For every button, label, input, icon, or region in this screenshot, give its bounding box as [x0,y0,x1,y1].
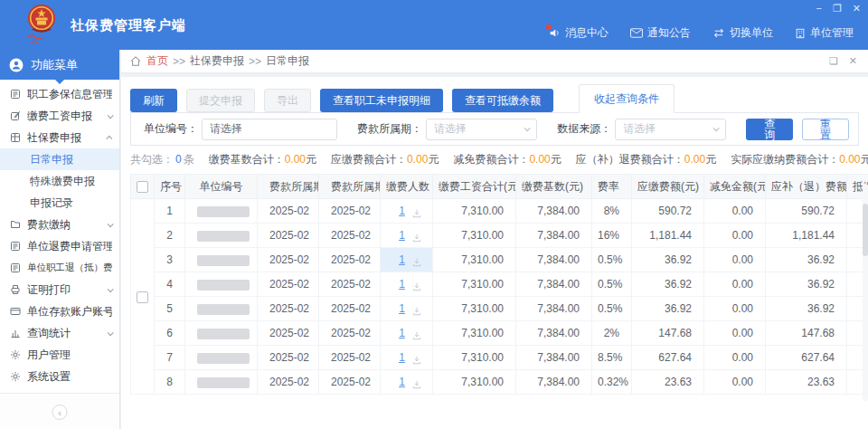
submit-declaration-button[interactable]: 提交申报 [186,89,255,112]
download-icon[interactable] [412,258,421,267]
col-header-idx: 序号 [155,175,185,199]
chevron-down-icon [108,112,114,119]
maximize-button[interactable]: ❐ [833,2,842,14]
col-header-unit-no: 单位编号 [185,175,258,199]
sidebar-item-certificate-printing[interactable]: 证明打印 [0,279,119,300]
row-group-checkbox[interactable] [137,291,148,303]
chevron-down-icon [108,286,114,292]
sidebar-item-user-management[interactable]: 用户管理 [0,344,119,366]
unit-no-input[interactable] [202,119,337,140]
redacted-unit-no [197,304,250,315]
summary-reduction-total: 减免费额合计：0.00元 [453,152,561,167]
app-title: 社保费管理客户端 [71,17,186,34]
panel-maximize-button[interactable]: ❏ [829,55,838,67]
col-header-payable: 应缴费额(元) [632,175,704,199]
download-icon[interactable] [412,234,421,243]
table-row[interactable]: 7 2025-02 2025-02 1 7,310.00 7,384.00 8.… [131,346,868,370]
download-icon[interactable] [412,282,421,291]
query-filter-panel: 单位编号： 费款所属期： 请选择 数据来源： 请选择 查 询 重 置 [130,112,859,146]
view-offset-balance-button[interactable]: 查看可抵缴余额 [452,89,553,112]
sidebar-item-system-settings[interactable]: 系统设置 [0,366,119,387]
table-row[interactable]: 3 2025-02 2025-02 1 7,310.00 7,384.00 0.… [131,248,868,272]
notice-nav[interactable]: 通知公告 [630,25,691,41]
panel-close-button[interactable]: ✕ [849,55,857,67]
sidebar: 功能菜单 职工参保信息管理 缴费工资申报 社保费申报 日常申报 [0,50,120,429]
menu-user-icon [9,58,24,72]
sidebar-item-query-statistics[interactable]: 查询统计 [0,322,119,344]
message-center-nav[interactable]: 消息中心 [549,25,609,41]
download-icon[interactable] [412,307,421,316]
download-icon[interactable] [412,209,421,218]
close-button[interactable]: ✕ [853,2,861,14]
swap-arrows-icon [712,28,725,38]
redacted-unit-no [197,353,250,364]
panel-controls: ❏ ✕ [829,55,857,67]
chevron-down-icon [108,329,114,336]
refresh-button[interactable]: 刷新 [130,89,177,112]
table-row[interactable]: 4 2025-02 2025-02 1 7,310.00 7,384.00 0.… [131,272,868,297]
main-area: 首页 >> 社保费申报 >> 日常申报 ❏ ✕ 刷新 提交申报 导出 查看职工未… [121,50,868,429]
fee-period-select[interactable]: 请选择 [426,119,537,140]
collapse-query-tab[interactable]: 收起查询条件 [579,84,675,113]
table-row[interactable]: 2 2025-02 2025-02 1 7,310.00 7,384.00 16… [131,224,868,248]
sidebar-item-employee-refund-management[interactable]: 单位职工退（抵）费申请管理 [0,257,119,279]
vertical-scrollbar[interactable] [863,184,868,401]
breadcrumb-home[interactable]: 首页 [146,53,168,69]
payer-count-link[interactable]: 1 [399,278,405,291]
app-window: − ❐ ✕ 社保费管理客户端 [0,0,868,429]
select-all-checkbox[interactable] [137,181,148,193]
col-header-period-start[interactable]: 费款所属期起 [258,175,319,199]
scrollbar-thumb[interactable] [863,204,868,256]
unit-management-nav[interactable]: 单位管理 [795,25,854,41]
breadcrumb-level2: 日常申报 [266,53,309,69]
col-header-rate: 费率 [592,175,632,199]
envelope-icon [630,28,643,38]
payer-count-link[interactable]: 1 [399,302,405,315]
export-button[interactable]: 导出 [264,89,311,112]
summary-base-total: 缴费基数合计：0.00元 [209,152,316,167]
table-row[interactable]: 8 2025-02 2025-02 1 7,310.00 7,384.00 0.… [131,370,868,395]
query-button[interactable]: 查 询 [746,119,793,140]
sidebar-item-fee-payment[interactable]: 费款缴纳 [0,214,119,235]
switch-unit-nav[interactable]: 切换单位 [712,25,773,41]
sidebar-item-unit-refund-management[interactable]: 单位退费申请管理 [0,235,119,257]
summary-actual-total: 实际应缴纳费额合计：0.00元 [731,152,868,167]
breadcrumb-level1[interactable]: 社保费申报 [190,53,244,69]
payer-count-link[interactable]: 1 [399,253,405,266]
sidebar-item-daily-declaration[interactable]: 日常申报 [0,148,119,170]
payer-count-link[interactable]: 1 [399,327,405,339]
selected-count: 0 [174,153,184,166]
download-icon[interactable] [412,331,421,340]
table-row[interactable]: 5 2025-02 2025-02 1 7,310.00 7,384.00 0.… [131,297,868,321]
table-row[interactable]: 1 2025-02 2025-02 1 7,310.00 7,384.00 8%… [131,199,868,224]
download-icon[interactable] [412,380,421,389]
download-icon[interactable] [412,356,421,365]
toolbar: 刷新 提交申报 导出 查看职工未申报明细 查看可抵缴余额 收起查询条件 [130,82,859,112]
payer-count-link[interactable]: 1 [399,205,405,217]
sidebar-item-social-insurance-declaration[interactable]: 社保费申报 [0,127,119,148]
col-header-period-end: 费款所属期止 [319,175,381,199]
payer-count-link[interactable]: 1 [399,229,405,242]
national-emblem-logo [24,3,60,46]
document-icon [10,262,21,273]
sidebar-item-wage-declaration[interactable]: 缴费工资申报 [0,105,119,127]
home-icon [130,56,141,66]
declaration-table: 序号 单位编号 费款所属期起 费款所属期止 缴费人数 缴费工资合计(元) 缴费基… [130,174,859,395]
sidebar-item-employee-insurance-info[interactable]: 职工参保信息管理 [0,83,119,105]
sidebar-item-special-payment-declaration[interactable]: 特殊缴费申报 [0,170,119,192]
brand: 社保费管理客户端 [24,3,186,46]
printer-icon [10,284,21,295]
payer-count-link[interactable]: 1 [399,351,405,364]
breadcrumb: 首页 >> 社保费申报 >> 日常申报 ❏ ✕ [121,50,868,73]
sidebar-item-deposit-account-management[interactable]: 单位存款账户账号管理 [0,300,119,322]
view-undeclared-button[interactable]: 查看职工未申报明细 [320,89,443,112]
table-row[interactable]: 6 2025-02 2025-02 1 7,310.00 7,384.00 2%… [131,321,868,346]
payer-count-link[interactable]: 1 [399,376,405,388]
data-source-select[interactable]: 请选择 [615,119,726,140]
sidebar-item-declaration-records[interactable]: 申报记录 [0,192,119,214]
minimize-button[interactable]: − [816,2,821,14]
summary-payable-total: 应缴费额合计：0.00元 [331,152,439,167]
sidebar-collapse-button[interactable]: ‹ [52,405,68,420]
reset-button[interactable]: 重 置 [802,119,849,140]
sidebar-menu: 职工参保信息管理 缴费工资申报 社保费申报 日常申报 特殊缴费申报 [0,80,119,387]
